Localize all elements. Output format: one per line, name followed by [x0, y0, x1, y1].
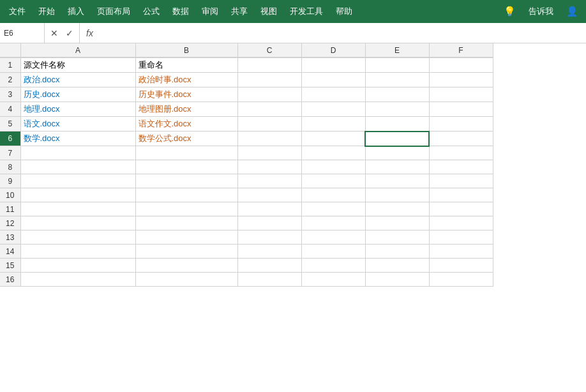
cell-6-3[interactable] [237, 132, 301, 146]
cell-10-5[interactable] [365, 188, 429, 202]
cell-10-3[interactable] [237, 188, 301, 202]
ribbon-help[interactable]: 帮助 [329, 0, 359, 23]
row-header-8[interactable]: 8 [0, 160, 20, 174]
cell-1-2[interactable]: 重命名 [135, 57, 237, 73]
cell-13-1[interactable] [20, 230, 135, 245]
row-header-2[interactable]: 2 [0, 73, 20, 87]
cell-3-1[interactable]: 历史.docx [20, 87, 135, 102]
cell-16-6[interactable] [429, 273, 493, 287]
cell-8-5[interactable] [365, 160, 429, 174]
row-header-5[interactable]: 5 [0, 117, 20, 132]
cell-11-3[interactable] [237, 202, 301, 216]
cell-11-1[interactable] [20, 202, 135, 216]
cell-10-1[interactable] [20, 188, 135, 202]
cell-16-2[interactable] [135, 273, 237, 287]
cell-16-3[interactable] [237, 273, 301, 287]
ribbon-view[interactable]: 视图 [254, 0, 283, 23]
cell-6-5[interactable] [365, 132, 429, 146]
row-header-16[interactable]: 16 [0, 273, 20, 287]
ribbon-insert[interactable]: 插入 [61, 0, 91, 23]
cell-12-6[interactable] [429, 216, 493, 230]
ribbon-formulas[interactable]: 公式 [137, 0, 166, 23]
cell-5-2[interactable]: 语文作文.docx [135, 117, 237, 132]
cell-15-4[interactable] [301, 259, 365, 273]
col-header-f[interactable]: F [429, 43, 493, 57]
cell-14-1[interactable] [20, 245, 135, 259]
cell-10-4[interactable] [301, 188, 365, 202]
cell-8-3[interactable] [237, 160, 301, 174]
cell-14-5[interactable] [365, 245, 429, 259]
row-header-3[interactable]: 3 [0, 87, 20, 102]
cell-11-5[interactable] [365, 202, 429, 216]
cell-11-4[interactable] [301, 202, 365, 216]
cell-13-4[interactable] [301, 230, 365, 245]
cell-14-3[interactable] [237, 245, 301, 259]
cell-7-3[interactable] [237, 146, 301, 160]
cell-3-3[interactable] [237, 87, 301, 102]
row-header-10[interactable]: 10 [0, 188, 20, 202]
cell-8-4[interactable] [301, 160, 365, 174]
cell-5-6[interactable] [429, 117, 493, 132]
confirm-formula-button[interactable]: ✓ [63, 26, 77, 40]
cell-15-5[interactable] [365, 259, 429, 273]
ribbon-file[interactable]: 文件 [3, 0, 32, 23]
cell-13-3[interactable] [237, 230, 301, 245]
cell-2-2[interactable]: 政治时事.docx [135, 73, 237, 87]
cell-9-1[interactable] [20, 174, 135, 188]
cell-8-1[interactable] [20, 160, 135, 174]
cell-6-1[interactable]: 数学.docx [20, 132, 135, 146]
cell-12-3[interactable] [237, 216, 301, 230]
cell-7-6[interactable] [429, 146, 493, 160]
cell-12-5[interactable] [365, 216, 429, 230]
cell-5-3[interactable] [237, 117, 301, 132]
cell-4-3[interactable] [237, 102, 301, 117]
cell-3-5[interactable] [365, 87, 429, 102]
cell-7-4[interactable] [301, 146, 365, 160]
cell-6-2[interactable]: 数学公式.docx [135, 132, 237, 146]
cell-5-1[interactable]: 语文.docx [20, 117, 135, 132]
cell-4-5[interactable] [365, 102, 429, 117]
row-header-13[interactable]: 13 [0, 230, 20, 245]
cell-14-6[interactable] [429, 245, 493, 259]
ribbon-account-icon[interactable]: 👤 [561, 0, 583, 23]
cell-13-6[interactable] [429, 230, 493, 245]
cell-12-4[interactable] [301, 216, 365, 230]
cell-16-1[interactable] [20, 273, 135, 287]
col-header-d[interactable]: D [301, 43, 365, 57]
cell-6-6[interactable] [429, 132, 493, 146]
row-header-14[interactable]: 14 [0, 245, 20, 259]
cell-15-2[interactable] [135, 259, 237, 273]
cell-9-2[interactable] [135, 174, 237, 188]
row-header-6[interactable]: 6 [0, 132, 20, 146]
col-header-b[interactable]: B [135, 43, 237, 57]
cell-2-4[interactable] [301, 73, 365, 87]
cell-9-3[interactable] [237, 174, 301, 188]
cell-11-2[interactable] [135, 202, 237, 216]
cell-1-6[interactable] [429, 57, 493, 73]
row-header-9[interactable]: 9 [0, 174, 20, 188]
cell-9-4[interactable] [301, 174, 365, 188]
cell-4-4[interactable] [301, 102, 365, 117]
cell-16-4[interactable] [301, 273, 365, 287]
ribbon-search-icon[interactable]: 💡 [499, 0, 521, 23]
ribbon-share[interactable]: 共享 [225, 0, 254, 23]
cell-8-2[interactable] [135, 160, 237, 174]
cell-10-2[interactable] [135, 188, 237, 202]
ribbon-page-layout[interactable]: 页面布局 [91, 0, 137, 23]
ribbon-developer[interactable]: 开发工具 [283, 0, 329, 23]
cell-11-6[interactable] [429, 202, 493, 216]
cell-4-6[interactable] [429, 102, 493, 117]
cell-14-2[interactable] [135, 245, 237, 259]
ribbon-review[interactable]: 审阅 [195, 0, 225, 23]
cell-2-5[interactable] [365, 73, 429, 87]
cancel-formula-button[interactable]: ✕ [47, 26, 61, 40]
col-header-e[interactable]: E [365, 43, 429, 57]
cell-3-2[interactable]: 历史事件.docx [135, 87, 237, 102]
cell-1-1[interactable]: 源文件名称 [20, 57, 135, 73]
ribbon-data[interactable]: 数据 [166, 0, 195, 23]
cell-7-5[interactable] [365, 146, 429, 160]
row-header-1[interactable]: 1 [0, 57, 20, 73]
cell-1-3[interactable] [237, 57, 301, 73]
cell-2-1[interactable]: 政治.docx [20, 73, 135, 87]
cell-3-6[interactable] [429, 87, 493, 102]
